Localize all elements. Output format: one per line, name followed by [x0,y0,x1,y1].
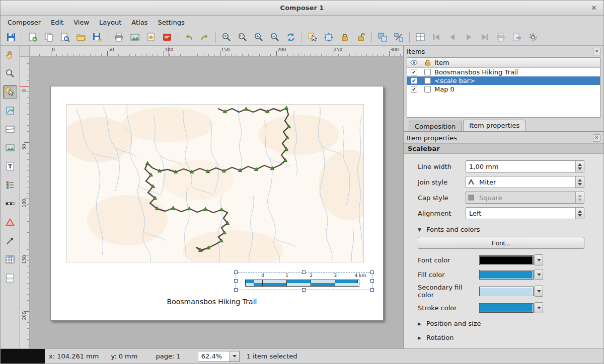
items-dock-close-icon[interactable]: ✕ [593,48,600,55]
menu-edit[interactable]: Edit [46,17,68,28]
add-shape-tool-button[interactable] [3,215,17,229]
redo-button[interactable] [197,30,212,44]
add-arrow-tool-button[interactable] [3,234,17,248]
unlock-items-button[interactable] [353,30,368,44]
selection-handle[interactable] [234,279,238,283]
undo-icon [184,32,194,42]
menu-layout[interactable]: Layout [94,17,126,28]
composition-canvas[interactable]: 0 1 2 3 4 km [30,57,403,348]
atlas-export-button[interactable] [509,30,524,44]
add-legend-tool-button[interactable] [3,178,17,192]
select-move-item-tool-button[interactable] [3,85,17,99]
group-items-button[interactable] [375,30,390,44]
menu-composer[interactable]: Composer [3,17,46,28]
map-item[interactable] [66,104,364,262]
selection-handle[interactable] [234,270,238,274]
selection-handle[interactable] [302,270,306,274]
tab-composition[interactable]: Composition [409,121,462,131]
export-svg-button[interactable] [143,30,159,44]
atlas-first-feature-button[interactable] [429,30,444,44]
save-template-button[interactable] [90,30,105,44]
add-map-tool-button[interactable] [3,122,17,136]
join-style-combobox[interactable]: Miter [466,176,584,188]
menu-settings[interactable]: Settings [153,17,189,28]
fill-color-dropdown[interactable] [535,269,543,280]
visibility-checkbox[interactable]: ✔ [411,77,417,84]
position-and-size-section[interactable]: ▶ Position and size [418,320,584,327]
composer-manager-button[interactable] [57,30,72,44]
selection-handle[interactable] [234,288,238,292]
item-row-hiking-trail[interactable]: ✔ Boosmansbos Hiking Trail [407,68,600,76]
window-close-icon[interactable]: ✕ [589,4,598,13]
font-color-swatch[interactable] [479,255,534,265]
selection-handle[interactable] [302,288,306,292]
spin-buttons[interactable] [575,161,584,172]
fill-color-swatch[interactable] [479,270,534,280]
zoom-dropdown-icon[interactable] [230,351,240,362]
item-row-scalebar[interactable]: ✔ <scale bar> [407,76,600,85]
menu-view[interactable]: View [68,17,94,28]
scalebar-item[interactable]: 0 1 2 3 4 km [236,272,372,290]
load-template-button[interactable] [73,30,89,44]
cap-style-combobox[interactable]: Square [466,192,584,204]
new-composer-button[interactable] [25,30,40,44]
secondary-fill-color-swatch[interactable] [479,287,534,296]
pan-tool-button[interactable] [3,48,17,62]
atlas-preview-button[interactable] [413,30,428,44]
map-title-label[interactable]: Boosmansbos Hiking Trail [51,298,373,306]
add-scalebar-tool-button[interactable] [3,197,17,211]
selection-handle[interactable] [370,279,374,283]
refresh-view-button[interactable] [283,30,298,44]
zoom-level-select[interactable]: 62.4% [198,351,240,362]
selection-handle[interactable] [370,270,374,274]
composition-page[interactable]: 0 1 2 3 4 km [50,86,384,321]
alignment-combobox[interactable]: Left [466,207,584,219]
atlas-print-button[interactable] [493,30,508,44]
font-button[interactable]: Font... [418,237,584,249]
add-label-tool-button[interactable]: T [3,159,17,173]
line-width-spinbox[interactable]: 1,00 mm [466,160,584,172]
rotation-section[interactable]: ▶ Rotation [418,334,584,341]
stroke-color-dropdown[interactable] [535,302,543,313]
item-row-map0[interactable]: ✔ Map 0 [407,85,600,94]
combo-arrows[interactable] [575,176,584,188]
combo-arrows[interactable] [575,208,584,219]
atlas-last-feature-button[interactable] [477,30,492,44]
zoom-in-button[interactable] [251,30,266,44]
atlas-next-feature-button[interactable] [461,30,476,44]
zoom-full-button[interactable] [219,30,234,44]
save-project-button[interactable] [4,30,19,44]
add-attribute-table-tool-button[interactable] [3,252,17,266]
ungroup-items-button[interactable] [391,30,406,44]
combo-arrows[interactable] [575,192,584,203]
move-item-content-tool-button[interactable] [3,104,17,118]
secondary-fill-color-dropdown[interactable] [535,286,543,297]
zoom-actual-button[interactable]: 1:1 [235,30,250,44]
stroke-color-swatch[interactable] [479,303,534,313]
properties-dock-close-icon[interactable]: ✕ [593,134,600,142]
lock-checkbox[interactable] [424,86,431,93]
visibility-checkbox[interactable]: ✔ [411,69,417,75]
zoom-out-button[interactable] [267,30,282,44]
menu-atlas[interactable]: Atlas [126,17,153,28]
lock-checkbox[interactable] [424,69,431,75]
selection-handle[interactable] [370,288,374,292]
atlas-settings-button[interactable] [525,30,541,44]
move-item-content-button[interactable] [321,30,336,44]
fonts-and-colors-section[interactable]: ▼ Fonts and colors [418,226,584,233]
atlas-previous-feature-button[interactable] [445,30,460,44]
tab-item-properties[interactable]: Item properties [463,120,525,131]
font-color-dropdown[interactable] [535,254,543,265]
zoom-tool-button[interactable] [3,66,17,80]
add-image-tool-button[interactable] [3,141,17,155]
export-pdf-button[interactable] [160,30,175,44]
duplicate-composer-button[interactable] [41,30,56,44]
undo-button[interactable] [181,30,196,44]
lock-checkbox[interactable] [424,77,431,84]
print-button[interactable] [111,30,126,44]
select-move-item-button[interactable] [305,30,320,44]
lock-items-button[interactable] [337,30,352,44]
add-html-frame-tool-button[interactable]: </> [3,271,17,285]
export-image-button[interactable] [127,30,142,44]
visibility-checkbox[interactable]: ✔ [411,86,417,93]
